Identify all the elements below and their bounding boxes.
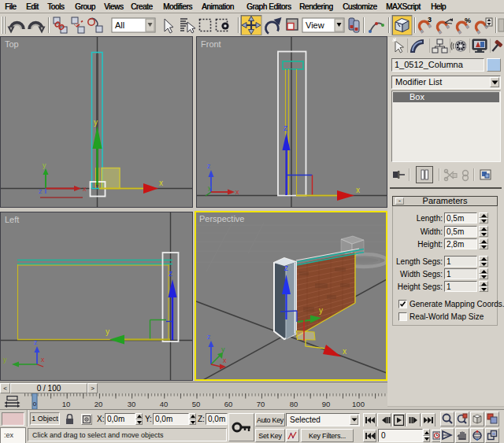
svg-text:y: y: [94, 118, 98, 127]
svg-text:30: 30: [128, 400, 136, 408]
svg-text:All: All: [115, 20, 124, 30]
svg-text:z: z: [34, 338, 38, 346]
svg-text:z: z: [39, 187, 43, 195]
svg-text:0: 0: [33, 401, 37, 408]
svg-text:z: z: [284, 124, 287, 132]
svg-text:x: x: [223, 356, 227, 364]
svg-text:20: 20: [94, 400, 103, 408]
svg-text:y: y: [3, 356, 7, 364]
svg-text:y: y: [319, 306, 323, 315]
svg-text:z: z: [169, 269, 172, 278]
svg-text:y: y: [106, 327, 109, 336]
svg-text:z: z: [207, 162, 211, 170]
svg-text:x: x: [41, 356, 45, 364]
svg-text:40: 40: [160, 400, 169, 408]
svg-text:View: View: [306, 20, 324, 30]
svg-text:y: y: [221, 345, 225, 353]
svg-text:50: 50: [192, 400, 201, 408]
svg-text:z: z: [207, 333, 211, 341]
svg-text:y: y: [208, 184, 211, 191]
svg-text:x: x: [159, 179, 163, 187]
svg-text:x: x: [343, 347, 346, 356]
svg-text:z: z: [284, 264, 288, 272]
svg-text:x: x: [83, 185, 87, 193]
svg-text:60: 60: [224, 400, 233, 408]
svg-text:100: 100: [352, 400, 365, 408]
svg-text:x: x: [356, 186, 360, 194]
svg-text:3: 3: [428, 16, 432, 24]
svg-text:x: x: [235, 188, 239, 196]
svg-text:y: y: [43, 161, 46, 169]
svg-text:90: 90: [322, 400, 331, 408]
svg-text:80: 80: [290, 400, 298, 408]
svg-text:%: %: [465, 17, 471, 24]
svg-text:10: 10: [62, 400, 71, 408]
svg-text:70: 70: [257, 400, 265, 408]
